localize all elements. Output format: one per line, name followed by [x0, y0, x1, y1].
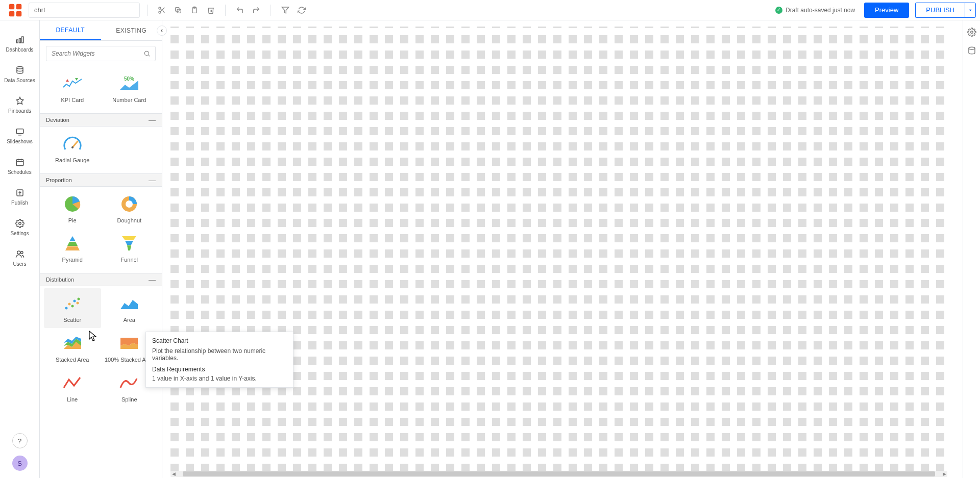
- svg-point-48: [71, 305, 74, 308]
- scroll-left-icon[interactable]: ◀: [170, 471, 177, 476]
- widget-label: Spline: [121, 396, 137, 404]
- widget-pie[interactable]: Pie: [44, 189, 101, 229]
- nav-publish[interactable]: Publish: [0, 183, 39, 213]
- copy-button[interactable]: [171, 3, 185, 17]
- top-toolbar: Draft auto-saved just now Preview PUBLIS…: [0, 0, 980, 20]
- svg-point-53: [969, 47, 975, 49]
- svg-line-7: [163, 10, 165, 13]
- separator: [147, 5, 148, 16]
- refresh-button[interactable]: [295, 3, 309, 17]
- tooltip-desc: Plot the relationship between two numeri…: [152, 347, 287, 362]
- svg-marker-42: [65, 246, 80, 250]
- pie-icon: [61, 195, 84, 213]
- svg-marker-40: [69, 236, 76, 241]
- widget-label: Area: [124, 317, 135, 324]
- category-distribution[interactable]: Distribution —: [40, 273, 162, 286]
- widget-pyramid[interactable]: Pyramid: [44, 228, 101, 268]
- canvas-grid: [170, 27, 947, 472]
- calendar-icon: [15, 157, 25, 167]
- nav-pinboards[interactable]: Pinboards: [0, 91, 39, 121]
- upload-icon: [15, 188, 25, 198]
- svg-marker-45: [127, 245, 131, 250]
- stacked-area-icon: [61, 334, 84, 353]
- search-icon: [143, 49, 151, 58]
- tab-default[interactable]: DEFAULT: [40, 20, 101, 40]
- collapse-sidebar-button[interactable]: [157, 26, 167, 36]
- widget-area[interactable]: Area: [101, 288, 158, 328]
- svg-marker-14: [969, 9, 972, 11]
- widget-tooltip: Scatter Chart Plot the relationship betw…: [145, 332, 293, 388]
- status-text: Draft auto-saved just now: [786, 7, 855, 14]
- users-icon: [15, 249, 25, 259]
- delete-button[interactable]: [204, 3, 218, 17]
- nav-schedules[interactable]: Schedules: [0, 152, 39, 183]
- tab-existing[interactable]: EXISTING: [101, 20, 162, 40]
- category-deviation[interactable]: Deviation —: [40, 113, 162, 127]
- svg-point-36: [71, 146, 74, 148]
- widget-kpi-card[interactable]: KPI Card: [44, 68, 101, 108]
- svg-rect-16: [19, 38, 20, 43]
- svg-point-30: [144, 51, 149, 55]
- pyramid-icon: [61, 234, 84, 253]
- scrollbar-thumb[interactable]: [183, 471, 935, 476]
- nav-dashboards[interactable]: Dashboards: [0, 30, 39, 60]
- dashboard-name-input[interactable]: [29, 3, 140, 18]
- widget-label: Funnel: [120, 257, 138, 264]
- nav-slideshows[interactable]: Slideshows: [0, 121, 39, 152]
- user-avatar[interactable]: S: [12, 456, 28, 471]
- nav-label: Dashboards: [6, 47, 34, 53]
- widget-line[interactable]: Line: [44, 368, 101, 408]
- number-card-icon: 50%: [118, 74, 140, 93]
- tooltip-req-title: Data Requirements: [152, 366, 287, 373]
- pin-icon: [15, 96, 25, 106]
- help-button[interactable]: ?: [12, 433, 28, 448]
- widget-scatter[interactable]: Scatter: [44, 288, 101, 328]
- nav-data-sources[interactable]: Data Sources: [0, 60, 39, 91]
- left-nav-rail: Dashboards Data Sources Pinboards Slides…: [0, 20, 40, 478]
- widget-radial-gauge[interactable]: Radial Gauge: [44, 129, 101, 168]
- category-label: Deviation: [46, 117, 69, 123]
- nav-label: Schedules: [8, 169, 32, 175]
- preview-button[interactable]: Preview: [864, 3, 909, 18]
- widget-search[interactable]: [46, 46, 156, 61]
- design-canvas[interactable]: [170, 27, 947, 472]
- svg-point-46: [65, 307, 67, 310]
- nav-settings[interactable]: Settings: [0, 213, 39, 244]
- svg-rect-15: [16, 40, 18, 43]
- data-panel-icon[interactable]: [967, 46, 976, 55]
- category-proportion[interactable]: Proportion —: [40, 173, 162, 187]
- undo-button[interactable]: [233, 3, 247, 17]
- paste-button[interactable]: [187, 3, 202, 17]
- nav-users[interactable]: Users: [0, 244, 39, 274]
- cut-button[interactable]: [155, 3, 169, 17]
- publish-dropdown-button[interactable]: [965, 3, 976, 18]
- collapse-icon: —: [149, 177, 156, 184]
- collapse-icon: —: [149, 116, 156, 123]
- widget-number-card[interactable]: 50% Number Card: [101, 68, 158, 108]
- nav-label: Slideshows: [7, 139, 33, 145]
- widget-funnel[interactable]: Funnel: [101, 228, 158, 268]
- svg-marker-43: [122, 236, 136, 240]
- properties-gear-icon[interactable]: [967, 28, 976, 37]
- widget-stacked-area[interactable]: Stacked Area: [44, 328, 101, 368]
- widget-search-input[interactable]: [51, 49, 143, 58]
- svg-rect-21: [16, 160, 23, 166]
- scroll-right-icon[interactable]: ▶: [941, 471, 947, 476]
- category-label: Distribution: [46, 276, 74, 283]
- tooltip-title: Scatter Chart: [152, 337, 287, 344]
- publish-button-group: PUBLISH: [915, 3, 976, 18]
- tv-icon: [15, 127, 25, 137]
- line-icon: [61, 374, 84, 392]
- redo-button[interactable]: [249, 3, 263, 17]
- svg-point-29: [20, 251, 23, 254]
- svg-rect-1: [16, 4, 22, 9]
- funnel-icon: [118, 234, 140, 253]
- publish-button[interactable]: PUBLISH: [915, 3, 965, 18]
- widget-label: Doughnut: [117, 217, 141, 224]
- horizontal-scrollbar[interactable]: ◀ ▶: [170, 471, 947, 477]
- svg-rect-0: [9, 4, 15, 9]
- svg-point-49: [73, 300, 76, 303]
- filter-button[interactable]: [278, 3, 292, 17]
- app-logo[interactable]: [4, 0, 27, 20]
- widget-doughnut[interactable]: Doughnut: [101, 189, 158, 229]
